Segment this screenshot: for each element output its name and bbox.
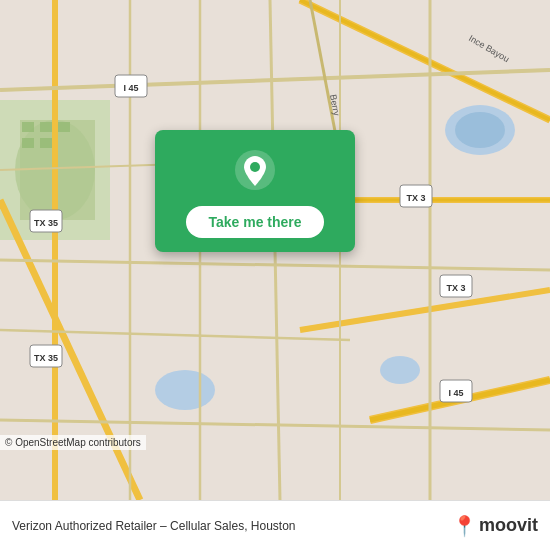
moovit-pin-icon: 📍 bbox=[452, 514, 477, 538]
location-pin-icon bbox=[233, 148, 277, 192]
svg-rect-46 bbox=[40, 138, 52, 148]
osm-attribution: © OpenStreetMap contributors bbox=[0, 435, 146, 450]
take-me-there-button[interactable]: Take me there bbox=[186, 206, 323, 238]
svg-text:TX 35: TX 35 bbox=[34, 353, 58, 363]
svg-rect-45 bbox=[22, 138, 34, 148]
svg-text:TX 3: TX 3 bbox=[446, 283, 465, 293]
map-container: TX 3 TX 3 I 45 I 45 TX 35 TX 35 Berry In… bbox=[0, 0, 550, 500]
svg-point-4 bbox=[155, 370, 215, 410]
svg-text:I 45: I 45 bbox=[448, 388, 463, 398]
svg-rect-43 bbox=[40, 122, 52, 132]
svg-rect-44 bbox=[58, 122, 70, 132]
svg-text:I 45: I 45 bbox=[123, 83, 138, 93]
location-card: Take me there bbox=[155, 130, 355, 252]
svg-rect-42 bbox=[22, 122, 34, 132]
svg-point-5 bbox=[380, 356, 420, 384]
svg-point-7 bbox=[455, 112, 505, 148]
svg-point-48 bbox=[250, 162, 260, 172]
moovit-brand-text: moovit bbox=[479, 515, 538, 536]
svg-text:TX 35: TX 35 bbox=[34, 218, 58, 228]
bottom-bar: Verizon Authorized Retailer – Cellular S… bbox=[0, 500, 550, 550]
svg-text:TX 3: TX 3 bbox=[406, 193, 425, 203]
location-label: Verizon Authorized Retailer – Cellular S… bbox=[12, 519, 452, 533]
moovit-logo: 📍 moovit bbox=[452, 514, 538, 538]
